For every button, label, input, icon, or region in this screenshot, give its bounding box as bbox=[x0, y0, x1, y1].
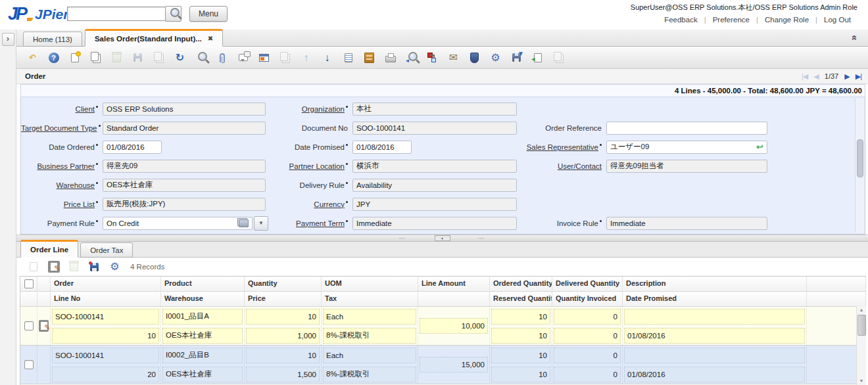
col-header-empty[interactable] bbox=[418, 292, 490, 307]
col-header-uom[interactable]: UOM bbox=[322, 277, 418, 292]
order-line-grid: OrderProductQuantityUOMLine AmountOrdere… bbox=[20, 276, 866, 385]
link-feedback[interactable]: Feedback bbox=[658, 16, 704, 24]
field-label-link[interactable]: Target Document Type bbox=[21, 124, 103, 132]
find-icon[interactable] bbox=[195, 51, 207, 64]
form-scrollbar[interactable] bbox=[855, 99, 864, 233]
print-preview-icon[interactable] bbox=[405, 51, 418, 64]
request-icon[interactable]: ✉ bbox=[447, 51, 460, 64]
link-change-role[interactable]: Change Role bbox=[758, 16, 815, 24]
splitter-collapse-icon[interactable]: ▼ bbox=[435, 235, 450, 241]
grid-toggle-icon[interactable] bbox=[258, 51, 270, 64]
edit-row-icon[interactable] bbox=[39, 320, 49, 332]
col-header-quantity[interactable]: Quantity bbox=[245, 277, 322, 292]
grid-scrollbar[interactable]: ▲ ▼ bbox=[856, 306, 866, 385]
refresh-icon[interactable]: ↻ bbox=[174, 51, 186, 64]
form-row-partner-location: Partner Location横浜市 bbox=[277, 159, 521, 173]
print-icon[interactable] bbox=[384, 51, 397, 64]
field-order-reference[interactable] bbox=[606, 122, 767, 135]
splitter-handle[interactable]: ⋯ ▼ ⋯ bbox=[16, 235, 868, 242]
collapse-header-icon[interactable]: « bbox=[849, 35, 860, 40]
parent-record-icon[interactable]: ↑ bbox=[300, 51, 312, 64]
order-line-row[interactable]: SOO-100014120I0002_品目BOES本社倉庫101,500Each… bbox=[20, 346, 866, 384]
record-prev-button: ◀ bbox=[813, 72, 818, 81]
field-label-link[interactable]: Client bbox=[21, 105, 103, 113]
tab-sales-order-standard-input-[interactable]: Sales Order(Standard Input)...✖ bbox=[85, 29, 223, 47]
field-value: ユーザー09 bbox=[610, 142, 649, 152]
scroll-down-icon[interactable]: ▼ bbox=[859, 378, 864, 384]
field-label-link[interactable]: Warehouse bbox=[21, 181, 103, 189]
form-scrollbar-thumb[interactable] bbox=[857, 139, 863, 177]
ignore-changes-icon[interactable]: ↶ bbox=[26, 51, 39, 64]
order-line-row[interactable]: SOO-100014110I0001_品目AOES本社倉庫101,000Each… bbox=[20, 307, 866, 346]
tab-home-113-[interactable]: Home (113) bbox=[23, 32, 82, 47]
archive-icon[interactable] bbox=[363, 51, 375, 64]
field-date-ordered[interactable]: 01/08/2016 bbox=[103, 141, 162, 154]
file-import-icon[interactable] bbox=[531, 51, 544, 64]
col-header-line-amount[interactable]: Line Amount bbox=[418, 277, 490, 292]
detail-record-icon[interactable]: ↓ bbox=[321, 51, 333, 64]
field-sales-representative[interactable]: ユーザー09↩ bbox=[606, 141, 767, 154]
col-header-order[interactable]: Order bbox=[51, 277, 161, 292]
menu-button[interactable]: Menu bbox=[189, 6, 228, 22]
payment-rule-dropdown-button[interactable]: ▼ bbox=[254, 216, 268, 231]
new-record-icon[interactable] bbox=[68, 51, 81, 64]
select-all-checkbox[interactable] bbox=[24, 279, 34, 288]
col-header-line-no[interactable]: Line No bbox=[51, 292, 161, 307]
col-header-warehouse[interactable]: Warehouse bbox=[161, 292, 245, 307]
field-label: Target Document Type bbox=[21, 124, 97, 132]
search-button[interactable] bbox=[165, 6, 181, 22]
row-checkbox[interactable] bbox=[24, 360, 34, 369]
lock-icon[interactable] bbox=[468, 51, 481, 64]
report-icon[interactable] bbox=[342, 51, 354, 64]
col-header-date-promised[interactable]: Date Promised bbox=[623, 292, 807, 307]
col-header-quantity-invoiced[interactable]: Quantity Invoiced bbox=[552, 292, 623, 307]
field-label-link[interactable]: User/Contact bbox=[521, 162, 606, 170]
customize-grid-icon[interactable]: ⚙ bbox=[108, 261, 121, 273]
col-header-product[interactable]: Product bbox=[161, 277, 245, 292]
col-header-price[interactable]: Price bbox=[245, 292, 322, 307]
field-date-promised[interactable]: 01/08/2016 bbox=[352, 141, 412, 154]
save-line-icon[interactable] bbox=[88, 261, 101, 273]
col-header-description[interactable]: Description bbox=[623, 277, 807, 292]
field-label-link[interactable]: Currency bbox=[277, 200, 352, 208]
detail-tab-order-line[interactable]: Order Line bbox=[20, 240, 78, 258]
link-preference[interactable]: Preference bbox=[706, 16, 756, 24]
field-label-link[interactable]: Price List bbox=[21, 200, 103, 208]
field-label-link[interactable]: Payment Term bbox=[277, 219, 352, 227]
form-column-3: Order ReferenceSales Representativeユーザー0… bbox=[521, 102, 779, 238]
record-last-button[interactable]: ▶| bbox=[856, 72, 861, 81]
col-header-reserved-quantity[interactable]: Reserved Quantity bbox=[490, 292, 552, 307]
edit-line-icon[interactable] bbox=[47, 261, 60, 273]
process-icon[interactable]: ⚙ bbox=[489, 51, 502, 64]
status-text: 4 Lines - 45,000.00 - Total: 48,600.00 J… bbox=[675, 87, 862, 95]
field-payment-rule[interactable]: On Credit bbox=[103, 217, 253, 230]
global-search-input[interactable] bbox=[67, 7, 169, 21]
field-label-link[interactable]: Partner Location bbox=[277, 162, 352, 170]
row-checkbox[interactable] bbox=[24, 321, 34, 330]
field-label-link[interactable]: Organization bbox=[277, 105, 352, 113]
mandatory-dot-icon bbox=[346, 144, 348, 146]
grid-scrollbar-thumb[interactable] bbox=[857, 315, 866, 336]
mandatory-dot-icon bbox=[600, 144, 602, 146]
col-header-delivered-quantity[interactable]: Delivered Quantity bbox=[552, 277, 623, 292]
grid-cell: 0 bbox=[554, 328, 621, 344]
lookup-arrow-icon[interactable]: ↩ bbox=[756, 142, 763, 152]
detail-tab-order-tax[interactable]: Order Tax bbox=[80, 242, 133, 258]
col-header-ordered-quantity[interactable]: Ordered Quantity bbox=[490, 277, 552, 292]
copy-record-icon[interactable] bbox=[89, 51, 102, 64]
field-label: Invoice Rule bbox=[521, 219, 606, 227]
form-row-user-contact: User/Contact得意先09担当者 bbox=[521, 159, 779, 173]
scroll-up-icon[interactable]: ▲ bbox=[859, 307, 864, 313]
help-icon[interactable]: ? bbox=[47, 51, 60, 64]
chat-icon[interactable] bbox=[237, 51, 249, 64]
field-label-link[interactable]: Sales Representative bbox=[521, 143, 606, 151]
tab-close-icon[interactable]: ✖ bbox=[208, 35, 213, 42]
workflow-icon[interactable] bbox=[426, 51, 439, 64]
link-log-out[interactable]: Log Out bbox=[817, 16, 857, 24]
attachment-icon[interactable] bbox=[216, 51, 228, 64]
export-icon[interactable]: ▼ bbox=[510, 51, 523, 64]
expand-sidebar-button[interactable]: › bbox=[2, 33, 14, 46]
field-label-link[interactable]: Business Partner bbox=[21, 162, 103, 170]
col-header-tax[interactable]: Tax bbox=[322, 292, 418, 307]
record-next-button[interactable]: ▶ bbox=[844, 72, 849, 81]
